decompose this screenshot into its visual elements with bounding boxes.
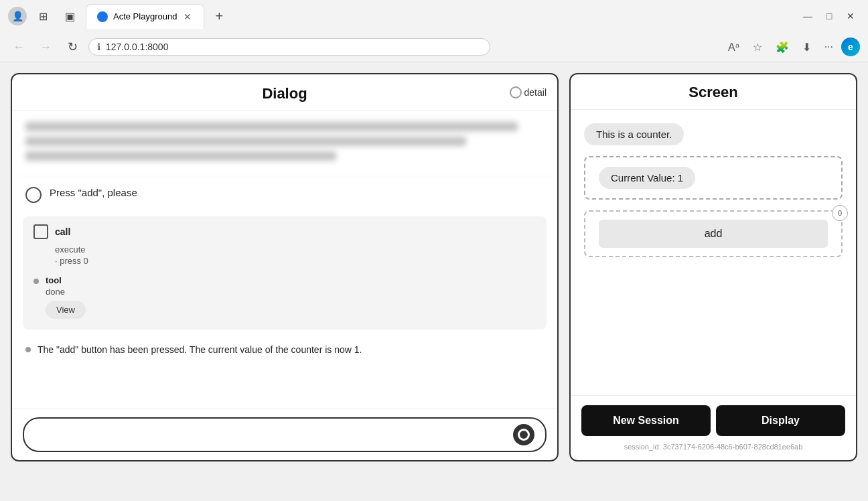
call-block: call execute · press 0 tool done View bbox=[23, 216, 547, 330]
read-aloud-btn[interactable]: Aᵃ bbox=[723, 38, 745, 56]
call-header: call bbox=[33, 224, 536, 239]
address-bar: ← → ↻ ℹ 127.0.0.1:8000 Aᵃ ☆ 🧩 ⬇ ··· e bbox=[0, 32, 868, 62]
blurred-line-3 bbox=[25, 151, 336, 161]
detail-label: detail bbox=[524, 87, 547, 98]
blurred-line-2 bbox=[25, 137, 466, 146]
press-row: · press 0 bbox=[55, 256, 536, 266]
sidebar-btn[interactable]: ▣ bbox=[59, 7, 80, 25]
tab-title: Acte Playground bbox=[113, 11, 177, 21]
display-btn[interactable]: Display bbox=[716, 405, 845, 436]
session-id: session_id: 3c737174-6206-48c6-b607-828c… bbox=[581, 443, 845, 451]
send-icon bbox=[518, 429, 530, 441]
dialog-panel: Dialog detail Press "add", please bbox=[11, 73, 559, 461]
screen-header: Screen bbox=[571, 74, 856, 110]
title-bar: 👤 ⊞ ▣ Acte Playground ✕ + — □ ✕ bbox=[0, 0, 868, 32]
checkbox-icon bbox=[33, 224, 48, 239]
screen-footer: New Session Display session_id: 3c737174… bbox=[571, 395, 856, 460]
call-details: execute · press 0 bbox=[55, 244, 536, 266]
call-label: call bbox=[55, 226, 70, 237]
tool-section: tool done View bbox=[33, 273, 536, 321]
url-box[interactable]: ℹ 127.0.0.1:8000 bbox=[88, 38, 490, 56]
input-box bbox=[23, 417, 547, 452]
download-btn[interactable]: ⬇ bbox=[797, 38, 816, 56]
execute-label: execute bbox=[55, 244, 86, 255]
blurred-line-1 bbox=[25, 122, 518, 131]
edge-icon: e bbox=[841, 38, 860, 56]
dialog-input-area bbox=[12, 409, 557, 460]
counter-label-wrapper: This is a counter. bbox=[584, 123, 843, 145]
browser-chrome: 👤 ⊞ ▣ Acte Playground ✕ + — □ ✕ ← → ↻ ℹ … bbox=[0, 0, 868, 62]
add-btn[interactable]: add bbox=[599, 220, 828, 248]
tab-favicon bbox=[97, 11, 108, 22]
dialog-title: Dialog bbox=[262, 85, 307, 102]
browser-actions: Aᵃ ☆ 🧩 ⬇ ··· e bbox=[723, 38, 860, 56]
detail-btn[interactable]: detail bbox=[510, 86, 547, 98]
close-btn[interactable]: ✕ bbox=[841, 7, 860, 25]
message-text-1: Press "add", please bbox=[50, 186, 137, 198]
new-tab-btn[interactable]: + bbox=[210, 7, 228, 25]
screen-title: Screen bbox=[584, 84, 843, 101]
result-message: The "add" button has been pressed. The c… bbox=[12, 335, 557, 365]
blurred-text-section bbox=[12, 111, 557, 177]
view-btn[interactable]: View bbox=[46, 301, 86, 319]
message-item-1: Press "add", please bbox=[12, 177, 557, 211]
url-text: 127.0.0.1:8000 bbox=[106, 42, 168, 52]
value-box: Current Value: 1 bbox=[584, 156, 843, 200]
counter-label: This is a counter. bbox=[584, 123, 684, 145]
more-btn[interactable]: ··· bbox=[819, 38, 839, 56]
screen-panel: Screen This is a counter. Current Value:… bbox=[569, 73, 857, 461]
favorites-btn[interactable]: ☆ bbox=[747, 38, 768, 56]
tab-close-btn[interactable]: ✕ bbox=[182, 10, 193, 23]
maximize-btn[interactable]: □ bbox=[820, 7, 839, 25]
extensions-btn[interactable]: ⊞ bbox=[32, 7, 54, 25]
tool-content: tool done View bbox=[46, 275, 536, 319]
dialog-header: Dialog detail bbox=[12, 74, 557, 111]
dialog-input[interactable] bbox=[35, 429, 508, 440]
dot-indicator bbox=[33, 279, 39, 284]
execute-row: execute bbox=[55, 244, 536, 255]
screen-body: This is a counter. Current Value: 1 0 ad… bbox=[571, 110, 856, 395]
detail-circle-icon bbox=[510, 86, 522, 98]
window-controls: — □ ✕ bbox=[798, 7, 860, 25]
avatar-icon: 👤 bbox=[8, 7, 27, 25]
send-btn[interactable] bbox=[513, 424, 534, 445]
forward-btn[interactable]: → bbox=[35, 36, 56, 58]
radio-circle-icon bbox=[25, 187, 42, 203]
press-label: · press 0 bbox=[55, 256, 88, 266]
main-content: Dialog detail Press "add", please bbox=[0, 62, 868, 472]
new-session-btn[interactable]: New Session bbox=[581, 405, 711, 436]
result-text: The "add" button has been pressed. The c… bbox=[38, 343, 362, 357]
result-dot-icon bbox=[25, 347, 31, 352]
tool-label: tool bbox=[46, 275, 536, 285]
add-badge: 0 bbox=[832, 205, 848, 221]
action-buttons: New Session Display bbox=[581, 405, 845, 436]
extensions-btn2[interactable]: 🧩 bbox=[770, 38, 794, 56]
tool-done: done bbox=[46, 287, 536, 297]
back-btn[interactable]: ← bbox=[8, 36, 29, 58]
current-value-text: Current Value: 1 bbox=[599, 167, 695, 189]
info-icon: ℹ bbox=[97, 42, 100, 52]
add-button-wrapper: 0 add bbox=[584, 210, 843, 257]
refresh-btn[interactable]: ↻ bbox=[62, 36, 83, 58]
active-tab[interactable]: Acte Playground ✕ bbox=[86, 4, 204, 29]
dialog-body: Press "add", please call execute · press… bbox=[12, 111, 557, 409]
minimize-btn[interactable]: — bbox=[798, 7, 817, 25]
